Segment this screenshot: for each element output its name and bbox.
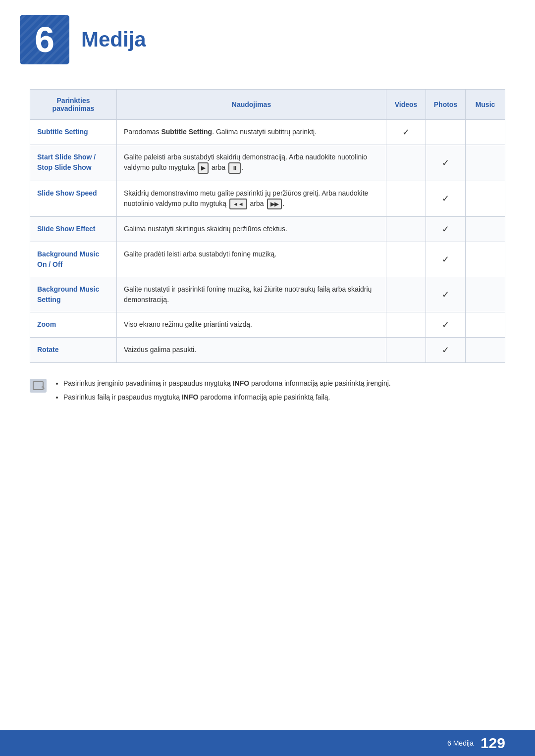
cell-music <box>466 120 505 145</box>
note-item: Pasirinkus įrenginio pavadinimą ir paspa… <box>63 378 391 389</box>
cell-music <box>466 217 505 242</box>
main-table-container: Parinkties pavadinimas Naudojimas Videos… <box>30 89 505 363</box>
cell-naudojimas: Galite paleisti arba sustabdyti skaidrių… <box>117 145 386 181</box>
cell-photos: ✓ <box>426 277 466 312</box>
chapter-title: Medija <box>81 28 146 51</box>
cell-videos <box>386 181 426 217</box>
col-header-videos: Videos <box>386 90 426 120</box>
cell-parinkties: Zoom <box>30 312 117 338</box>
cell-photos: ✓ <box>426 338 466 363</box>
cell-videos <box>386 145 426 181</box>
cell-photos <box>426 120 466 145</box>
table-row: Background Music On / OffGalite pradėti … <box>30 242 505 277</box>
table-row: Subtitle SettingParodomas Subtitle Setti… <box>30 120 505 145</box>
notes-list: Pasirinkus įrenginio pavadinimą ir paspa… <box>54 378 391 406</box>
cell-naudojimas: Galite pradėti leisti arba sustabdyti fo… <box>117 242 386 277</box>
cell-photos: ✓ <box>426 242 466 277</box>
cell-photos: ✓ <box>426 217 466 242</box>
cell-parinkties: Slide Show Speed <box>30 181 117 217</box>
cell-naudojimas: Viso ekrano režimu galite priartinti vai… <box>117 312 386 338</box>
cell-music <box>466 277 505 312</box>
col-header-music: Music <box>466 90 505 120</box>
features-table: Parinkties pavadinimas Naudojimas Videos… <box>30 89 505 363</box>
table-row: Slide Show EffectGalima nustatyti skirti… <box>30 217 505 242</box>
cell-photos: ✓ <box>426 145 466 181</box>
cell-naudojimas: Galite nustatyti ir pasirinkti foninę mu… <box>117 277 386 312</box>
cell-music <box>466 338 505 363</box>
table-row: RotateVaizdus galima pasukti.✓ <box>30 338 505 363</box>
cell-videos <box>386 338 426 363</box>
cell-parinkties: Rotate <box>30 338 117 363</box>
table-row: ZoomViso ekrano režimu galite priartinti… <box>30 312 505 338</box>
cell-videos <box>386 277 426 312</box>
table-row: Background Music SettingGalite nustatyti… <box>30 277 505 312</box>
pencil-icon: ✎ <box>41 385 45 391</box>
notes-section: ✎ Pasirinkus įrenginio pavadinimą ir pas… <box>30 378 505 406</box>
cell-naudojimas: Parodomas Subtitle Setting. Galima nusta… <box>117 120 386 145</box>
cell-photos: ✓ <box>426 312 466 338</box>
cell-naudojimas: Galima nustatyti skirtingus skaidrių per… <box>117 217 386 242</box>
cell-videos <box>386 312 426 338</box>
note-icon: ✎ <box>30 379 47 393</box>
page-header: 6 Medija <box>0 0 535 74</box>
cell-parinkties: Background Music On / Off <box>30 242 117 277</box>
table-row: Slide Show SpeedSkaidrių demonstravimo m… <box>30 181 505 217</box>
cell-videos <box>386 242 426 277</box>
cell-music <box>466 242 505 277</box>
page-footer: 6 Medija 129 <box>0 730 535 756</box>
cell-parinkties: Start Slide Show / Stop Slide Show <box>30 145 117 181</box>
cell-videos: ✓ <box>386 120 426 145</box>
cell-music <box>466 312 505 338</box>
cell-naudojimas: Vaizdus galima pasukti. <box>117 338 386 363</box>
cell-videos <box>386 217 426 242</box>
cell-parinkties: Background Music Setting <box>30 277 117 312</box>
col-header-naudojimas: Naudojimas <box>117 90 386 120</box>
cell-music <box>466 145 505 181</box>
col-header-photos: Photos <box>426 90 466 120</box>
cell-naudojimas: Skaidrių demonstravimo metu galite pasir… <box>117 181 386 217</box>
cell-music <box>466 181 505 217</box>
table-header-row: Parinkties pavadinimas Naudojimas Videos… <box>30 90 505 120</box>
cell-parinkties: Slide Show Effect <box>30 217 117 242</box>
footer-page-number: 129 <box>481 735 505 752</box>
table-row: Start Slide Show / Stop Slide ShowGalite… <box>30 145 505 181</box>
chapter-number: 6 <box>35 19 54 60</box>
cell-parinkties: Subtitle Setting <box>30 120 117 145</box>
footer-label: 6 Medija <box>447 739 474 747</box>
chapter-number-box: 6 <box>20 15 69 64</box>
col-header-parinkties: Parinkties pavadinimas <box>30 90 117 120</box>
cell-photos: ✓ <box>426 181 466 217</box>
note-item: Pasirinkus failą ir paspaudus mygtuką IN… <box>63 392 391 403</box>
